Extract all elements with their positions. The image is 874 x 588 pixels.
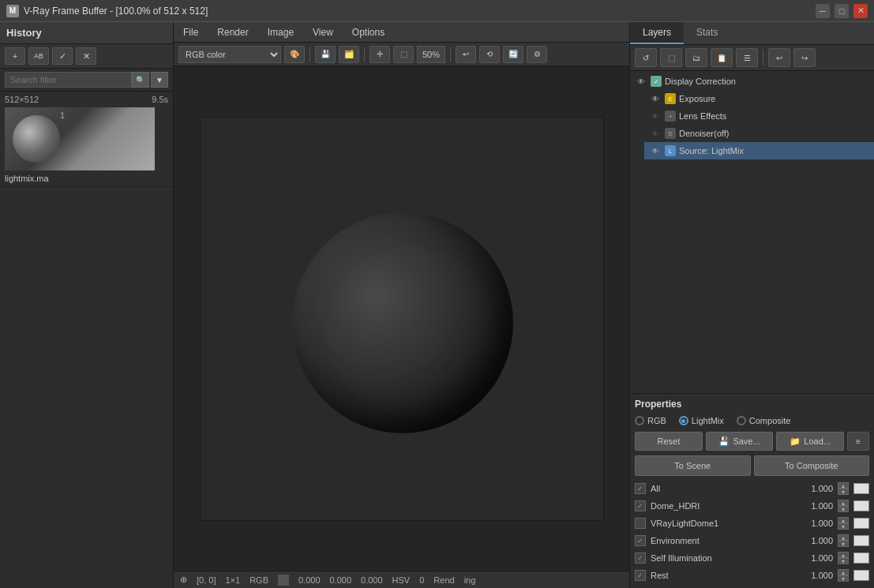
light-color-self-illum[interactable] xyxy=(853,552,869,564)
light-value-all: 1.000 xyxy=(801,484,833,493)
eye-icon-1[interactable]: 👁 xyxy=(649,92,662,105)
extra-value: 0 xyxy=(419,575,424,585)
eye-icon-2[interactable]: 👁 xyxy=(649,110,662,122)
search-options-button[interactable]: ▼ xyxy=(151,72,168,88)
search-button[interactable]: 🔍 xyxy=(132,72,149,88)
eye-icon-0[interactable]: 👁 xyxy=(635,75,647,88)
spin-down-rest[interactable]: ▼ xyxy=(838,575,849,582)
light-check-all[interactable] xyxy=(635,483,646,494)
window-title: V-Ray Frame Buffer - [100.0% of 512 x 51… xyxy=(24,6,208,17)
layer-btn4[interactable]: 📋 xyxy=(711,48,733,67)
load-label: Load... xyxy=(804,436,831,446)
save-button[interactable]: 💾 Save... xyxy=(706,432,774,451)
flip-button[interactable]: ⟲ xyxy=(479,46,500,63)
eye-icon-4[interactable]: 👁 xyxy=(649,144,662,157)
light-spinner-all[interactable]: ▲ ▼ xyxy=(838,482,849,495)
light-spinner-environment[interactable]: ▲ ▼ xyxy=(838,534,849,547)
load-button[interactable]: 📁 Load... xyxy=(776,432,844,451)
layer-list-button[interactable]: ☰ xyxy=(736,48,758,67)
spin-down-environment[interactable]: ▼ xyxy=(838,541,849,547)
history-item[interactable]: 512×512 9.5s 1 lightmix.ma xyxy=(0,92,173,187)
layer-display-correction[interactable]: 👁 ✓ Display Correction xyxy=(630,73,874,90)
light-check-environment[interactable] xyxy=(635,535,646,546)
layer-lens-effects[interactable]: 👁 + Lens Effects xyxy=(644,107,874,125)
light-color-all[interactable] xyxy=(853,483,869,494)
layer-label-0: Display Correction xyxy=(665,77,736,86)
layer-source-lightmix[interactable]: 👁 L Source: LightMix xyxy=(644,142,874,159)
light-spinner-vray-dome1[interactable]: ▲ ▼ xyxy=(838,517,849,530)
light-color-vray-dome1[interactable] xyxy=(853,518,869,529)
spin-down-self-illum[interactable]: ▼ xyxy=(838,558,849,564)
cursor-button[interactable]: ✛ xyxy=(369,46,390,63)
lut-button[interactable]: ⚙ xyxy=(527,46,547,63)
menu-file[interactable]: File xyxy=(180,25,201,39)
list-button[interactable]: ≡ xyxy=(847,432,869,451)
region-button[interactable]: ⬚ xyxy=(393,46,414,63)
light-spinner-dome-hdri[interactable]: ▲ ▼ xyxy=(838,500,849,512)
layers-toolbar: ↺ ⬚ 🗂 📋 ☰ ↩ ↪ xyxy=(630,45,874,71)
minimize-button[interactable]: ─ xyxy=(816,4,830,18)
to-scene-button[interactable]: To Scene xyxy=(635,455,751,476)
scene-buttons: To Scene To Composite xyxy=(635,455,869,476)
layer-denoiser[interactable]: 👁 D Denoiser(off) xyxy=(644,125,874,142)
spin-down-vray-dome1[interactable]: ▼ xyxy=(838,523,849,530)
history-confirm-button[interactable]: ✓ xyxy=(52,47,73,65)
light-list: All 1.000 ▲ ▼ Dome_HDRI 1.000 ▲ ▼ xyxy=(635,481,869,583)
light-color-rest[interactable] xyxy=(853,570,869,581)
layer-btn3[interactable]: 🗂 xyxy=(685,48,707,67)
layer-icon-3: D xyxy=(665,128,676,139)
save-image-button[interactable]: 💾 xyxy=(315,46,336,63)
properties-title: Properties xyxy=(635,399,869,410)
reset-button[interactable]: Reset xyxy=(635,432,703,451)
close-button[interactable]: ✕ xyxy=(853,4,868,18)
light-color-dome-hdri[interactable] xyxy=(853,500,869,511)
layer-label-3: Denoiser(off) xyxy=(679,129,729,138)
spin-up-dome-hdri[interactable]: ▲ xyxy=(838,500,849,506)
tab-stats[interactable]: Stats xyxy=(684,22,730,44)
color-picker-button[interactable]: 🎨 xyxy=(284,46,305,63)
maximize-button[interactable]: □ xyxy=(835,4,849,18)
history-delete-button[interactable]: ✕ xyxy=(76,47,96,65)
light-spinner-self-illum[interactable]: ▲ ▼ xyxy=(838,552,849,564)
layer-reset-button[interactable]: ↺ xyxy=(635,48,657,67)
icc-button[interactable]: 🔄 xyxy=(503,46,523,63)
layer-exposure[interactable]: 👁 E Exposure xyxy=(644,90,874,107)
spin-up-rest[interactable]: ▲ xyxy=(838,569,849,575)
layer-btn2[interactable]: ⬚ xyxy=(660,48,682,67)
window-controls: ─ □ ✕ xyxy=(816,4,868,18)
spin-up-vray-dome1[interactable]: ▲ xyxy=(838,517,849,523)
light-check-vray-dome1[interactable] xyxy=(635,518,646,529)
right-tabs: Layers Stats xyxy=(630,22,874,45)
menu-options[interactable]: Options xyxy=(349,25,388,39)
radio-composite[interactable]: Composite xyxy=(737,416,791,425)
color-mode-select[interactable]: RGB color Alpha Luminance xyxy=(178,46,281,63)
spin-down-all[interactable]: ▼ xyxy=(838,489,849,495)
layers-tree: 👁 ✓ Display Correction 👁 E Exposure 👁 + … xyxy=(630,71,874,393)
menu-image[interactable]: Image xyxy=(264,25,297,39)
light-color-environment[interactable] xyxy=(853,535,869,546)
spin-up-all[interactable]: ▲ xyxy=(838,482,849,489)
radio-dot-rgb xyxy=(635,416,644,425)
app-body: History + AB ✓ ✕ 🔍 ▼ 512×512 9.5s 1 ligh… xyxy=(0,22,874,588)
layer-redo-button[interactable]: ↪ xyxy=(793,48,816,67)
light-check-dome-hdri[interactable] xyxy=(635,500,646,511)
history-add-button[interactable]: + xyxy=(5,47,25,65)
light-check-self-illum[interactable] xyxy=(635,552,646,564)
spin-up-environment[interactable]: ▲ xyxy=(838,534,849,541)
tab-layers[interactable]: Layers xyxy=(630,22,684,44)
spin-up-self-illum[interactable]: ▲ xyxy=(838,552,849,558)
light-check-rest[interactable] xyxy=(635,570,646,581)
save-all-button[interactable]: 🗂️ xyxy=(339,46,359,63)
region-render-button[interactable]: ↩ xyxy=(456,46,476,63)
to-composite-button[interactable]: To Composite xyxy=(754,455,870,476)
history-rename-button[interactable]: AB xyxy=(28,47,49,65)
layer-undo-button[interactable]: ↩ xyxy=(768,48,790,67)
menu-render[interactable]: Render xyxy=(214,25,251,39)
light-spinner-rest[interactable]: ▲ ▼ xyxy=(838,569,849,582)
radio-lightmix[interactable]: LightMix xyxy=(679,416,724,425)
search-input[interactable] xyxy=(5,72,132,88)
eye-icon-3[interactable]: 👁 xyxy=(649,127,662,140)
radio-rgb[interactable]: RGB xyxy=(635,416,666,425)
menu-view[interactable]: View xyxy=(309,25,336,39)
spin-down-dome-hdri[interactable]: ▼ xyxy=(838,506,849,512)
